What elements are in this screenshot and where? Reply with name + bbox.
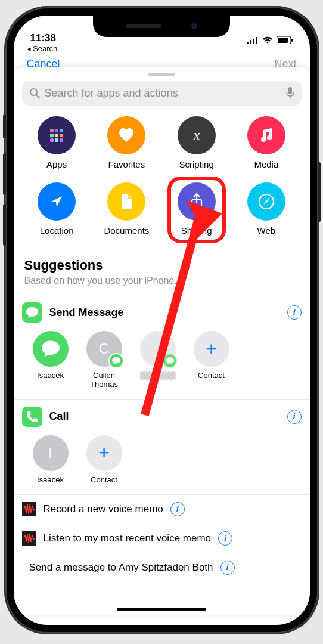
info-icon[interactable]: i (220, 561, 235, 575)
svg-text:x: x (192, 127, 200, 143)
suggestion-item[interactable]: Send a message to Amy Spitzfaden Bothi (14, 553, 310, 582)
send-message-title: Send Message (49, 306, 280, 319)
svg-rect-12 (55, 129, 58, 132)
category-label: Scripting (179, 159, 213, 169)
contact-avatar: I (33, 435, 69, 471)
svg-rect-6 (291, 39, 293, 42)
home-indicator[interactable] (117, 608, 206, 611)
sheet-grabber[interactable] (148, 73, 175, 76)
add-contact-icon: + (194, 331, 229, 367)
send-message-row[interactable]: Send Message i (14, 295, 310, 327)
apps-icon (38, 116, 76, 154)
contact-isaacek[interactable]: Isaacek (29, 331, 72, 389)
contact-contact[interactable]: +Contact (190, 331, 233, 389)
messages-app-icon (22, 302, 42, 323)
voicememo-icon (22, 531, 36, 546)
contact-name: Contact (91, 476, 117, 485)
contact-name: Isaacek (37, 371, 64, 380)
category-label: Documents (104, 225, 149, 236)
blurred-avatar (140, 331, 176, 367)
category-label: Web (257, 225, 276, 236)
compass-icon (247, 182, 285, 221)
add-contact-icon: + (86, 435, 122, 471)
svg-rect-17 (50, 138, 54, 142)
status-time: 11:38 (30, 32, 56, 44)
back-to-search[interactable]: ◂ Search (14, 44, 310, 53)
svg-rect-3 (256, 37, 257, 44)
category-media[interactable]: Media (231, 116, 301, 169)
svg-rect-2 (253, 39, 254, 44)
category-scripting[interactable]: xScripting (162, 116, 231, 169)
contact-avatar: C (86, 331, 122, 367)
category-web[interactable]: Web (231, 182, 301, 236)
svg-rect-11 (50, 129, 54, 132)
call-row[interactable]: Call i (14, 400, 310, 432)
search-field[interactable] (22, 80, 302, 106)
info-icon[interactable]: i (170, 502, 185, 516)
search-input[interactable] (45, 87, 281, 100)
contact-blurred[interactable] (136, 331, 179, 389)
contact-contact[interactable]: +Contact (83, 435, 126, 485)
heart-icon (107, 116, 145, 154)
svg-rect-9 (288, 87, 292, 94)
svg-rect-0 (247, 42, 249, 44)
info-icon[interactable]: i (218, 531, 232, 546)
category-label: Media (254, 159, 278, 169)
mic-icon[interactable] (286, 87, 294, 99)
share-icon (178, 182, 216, 221)
svg-line-8 (36, 95, 39, 98)
svg-rect-15 (55, 134, 58, 137)
fx-icon: x (178, 116, 216, 154)
signal-icon (247, 37, 259, 44)
music-icon (247, 116, 285, 154)
info-icon[interactable]: i (287, 305, 302, 320)
suggestion-label: Send a message to Amy Spitzfaden Both (29, 562, 213, 574)
suggestion-item[interactable]: Record a new voice memoi (14, 494, 310, 524)
svg-rect-5 (278, 38, 288, 43)
contact-name (140, 371, 176, 382)
suggestion-item[interactable]: Listen to my most recent voice memoi (14, 524, 310, 553)
contact-cullen-thomas[interactable]: CCullen Thomas (83, 331, 126, 389)
info-icon[interactable]: i (287, 410, 302, 424)
category-location[interactable]: Location (22, 182, 92, 236)
voicememo-icon (22, 502, 36, 516)
contact-name: Isaacek (37, 476, 64, 485)
suggestions-subtitle: Based on how you use your iPhone. (24, 275, 299, 286)
svg-rect-13 (60, 129, 63, 132)
phone-app-icon (22, 407, 42, 427)
category-favorites[interactable]: Favorites (92, 116, 162, 169)
svg-rect-14 (50, 134, 54, 137)
svg-rect-16 (60, 134, 63, 137)
svg-rect-18 (55, 138, 58, 142)
svg-rect-1 (250, 40, 251, 44)
category-sharing[interactable]: Sharing (162, 182, 231, 236)
suggestion-label: Record a new voice memo (44, 503, 163, 515)
battery-icon (277, 36, 293, 44)
suggestion-label: Listen to my most recent voice memo (44, 532, 212, 544)
category-label: Apps (46, 159, 67, 169)
navigate-icon (38, 182, 76, 221)
svg-rect-19 (60, 138, 63, 142)
suggestions-header: Suggestions Based on how you use your iP… (14, 249, 310, 287)
category-label: Location (40, 225, 74, 236)
category-label: Favorites (108, 159, 145, 169)
contact-isaacek[interactable]: IIsaacek (29, 435, 72, 485)
contact-name: Cullen Thomas (83, 371, 126, 389)
messages-icon (33, 331, 69, 367)
call-title: Call (49, 410, 280, 423)
doc-icon (107, 182, 145, 221)
action-sheet: AppsFavoritesxScriptingMediaLocationDocu… (14, 67, 310, 615)
category-apps[interactable]: Apps (22, 116, 92, 169)
wifi-icon (262, 36, 273, 44)
category-label: Sharing (181, 225, 212, 236)
suggestions-title: Suggestions (24, 258, 299, 273)
category-documents[interactable]: Documents (92, 182, 162, 236)
contact-name: Contact (198, 371, 225, 380)
search-icon (29, 88, 40, 98)
